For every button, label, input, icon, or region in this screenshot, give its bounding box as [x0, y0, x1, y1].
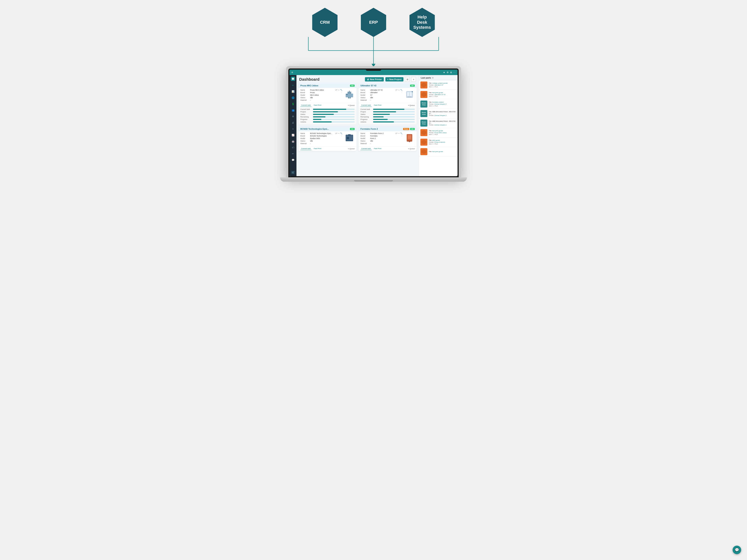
part-ext-1: Extr. 1 : PLA [429, 86, 456, 88]
last-parts-label: Last parts [421, 77, 431, 79]
info-actions-prusa: VP ∞ 🔧 [335, 89, 342, 91]
part-item-1: File: malaga_project.gcode Printer: Ulti… [419, 80, 458, 90]
list-view-button[interactable]: ≡ [411, 77, 416, 82]
laptop-base [280, 177, 467, 182]
svg-marker-30 [421, 92, 427, 97]
printer-card-header-prusa: Prusa MK3 Jobox Idle [299, 83, 357, 88]
sidebar-item-tag[interactable]: 🏷 [291, 146, 295, 149]
crm-label: CRM [320, 20, 330, 25]
tab-fast-print-bcn3d[interactable]: Fast Print [313, 147, 322, 150]
queue-btn-prusa[interactable]: ≡ Queue [348, 104, 355, 106]
tab-current-task-bcn3d[interactable]: Current task [300, 147, 311, 150]
part-info-1: File: malaga_project.gcode Printer: Ulti… [429, 82, 456, 88]
info-row-brand: Brand Prusa ⋮ [300, 91, 342, 94]
star-icon: ★ [443, 71, 445, 74]
hamburger-icon[interactable]: ≡ [291, 71, 293, 74]
svg-marker-31 [421, 130, 427, 135]
tab-current-task-formlabs[interactable]: Current task [360, 147, 371, 150]
sidebar-item-edit[interactable]: ✏ [291, 152, 295, 156]
chat-bubble[interactable]: 💬 [732, 545, 741, 554]
gear-icon[interactable]: ⚙ [447, 71, 448, 74]
part-printer-1: Printer: Ultimaker S7 [429, 84, 456, 86]
sidebar-item-robot[interactable]: 🤖 [291, 140, 295, 143]
main-header: Dashboard 🖨 New Printer + New Project ⊞ [297, 75, 419, 83]
new-printer-button[interactable]: 🖨 New Printer [365, 77, 384, 81]
printer-footer-bcn3d: Current task Fast Print ≡ Queue [299, 146, 357, 151]
printer-footer-formlabs: Current task Fast Print ≡ Queue [359, 146, 417, 151]
printer-image-ultimaker [404, 89, 415, 100]
tab-current-task-ultimaker[interactable]: Current task [360, 104, 371, 107]
svg-marker-29 [421, 82, 427, 87]
sidebar-item-settings[interactable]: ⚙ [291, 115, 295, 118]
tab-current-task-prusa[interactable]: Current task [300, 104, 311, 107]
sidebar-item-analytics[interactable]: 📊 [291, 90, 295, 93]
printer-badges-prusa: Idle [350, 85, 355, 87]
part-thumb-3: ResinPrint [420, 101, 428, 108]
part-item-5: ResinPrint File: ABB Articulated Robot -… [419, 118, 458, 128]
part-file-1: File: malaga_project.gcode [429, 82, 456, 84]
hexagon-area: CRM ERP Help Desk Systems [286, 8, 461, 37]
queue-btn-bcn3d[interactable]: ≡ Queue [348, 148, 355, 150]
plus-icon: + [387, 78, 388, 80]
dots-icon[interactable]: ⋯ [454, 71, 456, 74]
main-panel: Dashboard 🖨 New Printer + New Project ⊞ [297, 75, 419, 176]
topbar-left: ≡ [291, 71, 293, 74]
sidebar-item-globe[interactable]: 🌐 [291, 96, 295, 100]
badge-idle-bcn3d: Idle [350, 128, 355, 130]
connector-lines [286, 35, 461, 70]
part-item-3: ResinPrint File: formlabs.codex2 Printer… [419, 99, 458, 109]
tab-fast-print-ultimaker[interactable]: Fast Print [373, 104, 382, 107]
erp-label: ERP [369, 20, 378, 25]
svg-point-6 [292, 78, 294, 80]
badge-idle-ultimaker: Idle [410, 85, 415, 87]
header-actions: 🖨 New Printer + New Project ⊞ ≡ [365, 77, 416, 82]
queue-btn-ultimaker[interactable]: ≡ Queue [408, 104, 415, 106]
printer-card-ultimaker: Ultimaker S7 #2 Idle Name Ultimaker S7 #… [359, 83, 417, 125]
grid-icon[interactable]: ⊞ [450, 71, 452, 74]
printer-info-prusa: Name Prusa MK3 Jobox VP ∞ 🔧 [300, 89, 342, 102]
task-details-prusa: Current task Project Status Remaining Pr… [299, 108, 357, 125]
tab-fast-print-formlabs[interactable]: Fast Print [373, 147, 382, 150]
printer-image-bcn3d [344, 132, 355, 143]
printer-info-ultimaker: Name Ultimaker S7 #2 VP ∞ 🔧 [360, 89, 403, 102]
part-thumb-2 [420, 91, 428, 98]
printer-footer-ultimaker: Current task Fast Print ≡ Queue [359, 103, 417, 108]
badge-idle-prusa: Idle [350, 85, 355, 87]
sidebar-item-users[interactable]: 👥 [291, 108, 295, 112]
erp-hexagon: ERP [361, 8, 386, 37]
svg-point-22 [347, 135, 347, 136]
svg-point-28 [409, 141, 410, 142]
tab-fast-print-prusa[interactable]: Fast Print [313, 104, 322, 107]
helpdesk-label: Help Desk Systems [413, 15, 431, 30]
sidebar-item-chart[interactable]: 📈 [291, 133, 295, 137]
new-project-button[interactable]: + New Project [385, 77, 404, 81]
sidebar-item-dashboard[interactable]: ✏ [291, 84, 295, 87]
printer-card-header-formlabs: Formlabs Form 2 Resin Idle [359, 127, 417, 131]
right-panel: Last parts ⚙ File: malaga_project.gcode … [419, 75, 458, 176]
printer-badges-formlabs: Resin Idle [403, 128, 415, 130]
part-thumb-7 [420, 139, 428, 145]
info-row-status: Status Idle [300, 97, 342, 99]
part-item-2: File: fast print.gcode Printer: Ultimake… [419, 90, 458, 99]
svg-point-13 [349, 90, 350, 91]
part-thumb-6 [420, 129, 428, 136]
grid-view-button[interactable]: ⊞ [405, 77, 410, 82]
printer-footer-prusa: Current task Fast Print ≡ Queue [299, 103, 357, 108]
page-title: Dashboard [299, 77, 319, 82]
svg-rect-10 [350, 97, 351, 98]
printer-card-bcn3d: BCN3D Technologies Epsi... Idle Name BCN… [299, 127, 357, 151]
sidebar-item-chat[interactable]: 💬 [291, 158, 295, 162]
last-parts-settings-icon[interactable]: ⚙ [432, 77, 434, 79]
sidebar-item-cart[interactable]: 🛒 [291, 171, 295, 174]
info-row-material: Material - [300, 99, 342, 101]
sidebar-item-list[interactable]: ≡ [291, 127, 295, 131]
printer-icon: 🖨 [367, 78, 369, 80]
helpdesk-hex-wrapper: Help Desk Systems [410, 8, 435, 37]
printer-card-formlabs: Formlabs Form 2 Resin Idle Name [359, 127, 417, 151]
info-row-model: Model MK3 Jobox [300, 94, 342, 96]
sidebar-item-printer[interactable]: 🖨 [291, 121, 295, 125]
queue-btn-formlabs[interactable]: ≡ Queue [408, 148, 415, 150]
svg-marker-33 [421, 149, 427, 154]
printer-name-ultimaker: Ultimaker S7 #2 [360, 84, 377, 87]
sidebar-item-finance[interactable]: 💲 [291, 102, 295, 106]
